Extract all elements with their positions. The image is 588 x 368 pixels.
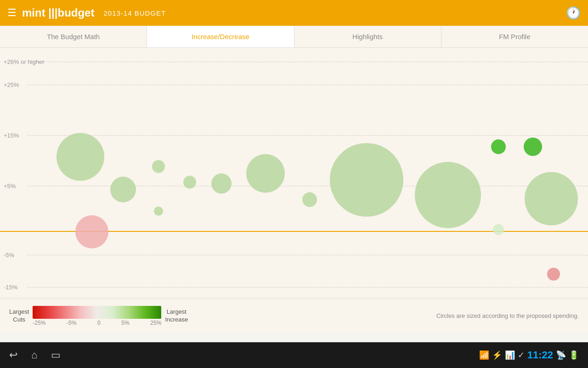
tab-fm-profile[interactable]: FM Profile xyxy=(441,26,588,47)
bubble-3[interactable] xyxy=(154,207,163,216)
android-bar: ↩ ⌂ ▭ 📶 ⚡ 📊 ✓ 11:22 📡 🔋 xyxy=(0,342,588,368)
grid-line xyxy=(28,255,588,255)
legend-tick: 5% xyxy=(121,320,129,326)
bubble-14[interactable] xyxy=(547,268,560,281)
bubble-10[interactable] xyxy=(491,139,506,154)
back-button[interactable]: ↩ xyxy=(9,349,17,361)
android-icon-1: 📶 xyxy=(479,350,489,360)
android-icon-2: ⚡ xyxy=(492,350,502,360)
y-axis-label: +26% or higher xyxy=(4,58,45,65)
bubble-0[interactable] xyxy=(57,133,104,181)
grid-line xyxy=(28,287,588,288)
legend-left: LargestCuts-25%-5%05%25%LargestIncrease xyxy=(9,306,188,326)
android-nav: ↩ ⌂ ▭ xyxy=(9,349,61,361)
bubble-13[interactable] xyxy=(525,172,578,225)
bubble-9[interactable] xyxy=(415,162,481,228)
clock-icon[interactable]: 🕐 xyxy=(566,6,581,20)
system-time: 11:22 xyxy=(527,349,553,361)
wifi-icon: 📡 xyxy=(556,350,566,360)
topbar: ☰ mint |||budget 2013-14 BUDGET 🕐 xyxy=(0,0,588,26)
y-axis-label: +15% xyxy=(4,132,19,139)
bubble-7[interactable] xyxy=(302,192,317,207)
legend-increase-label: LargestIncrease xyxy=(165,308,188,324)
legend-tick: -5% xyxy=(67,320,76,326)
y-axis-label: +25% xyxy=(4,81,19,88)
legend-tick: 0 xyxy=(97,320,101,326)
legend-tick: 25% xyxy=(150,320,161,326)
topbar-left: ☰ mint |||budget 2013-14 BUDGET xyxy=(7,6,166,19)
legend-cuts-label: LargestCuts xyxy=(9,308,29,324)
legend-note: Circles are sized according to the propo… xyxy=(436,312,579,319)
legend-gradient-bar xyxy=(33,306,161,319)
legend-ticks: -25%-5%05%25% xyxy=(33,320,161,326)
legend-tick: -25% xyxy=(33,320,45,326)
battery-icon: 🔋 xyxy=(569,350,579,360)
bubble-6[interactable] xyxy=(246,154,285,193)
bubble-2[interactable] xyxy=(152,160,165,173)
menu-icon[interactable]: ☰ xyxy=(7,7,17,19)
status-bar: 📶 ⚡ 📊 ✓ 11:22 📡 🔋 xyxy=(479,349,579,361)
recent-apps-button[interactable]: ▭ xyxy=(51,349,61,361)
legend-gradient-wrap: -25%-5%05%25% xyxy=(33,306,161,326)
tabs: The Budget Math Increase/Decrease Highli… xyxy=(0,26,588,48)
android-icon-4: ✓ xyxy=(518,350,525,360)
grid-line xyxy=(28,62,588,62)
android-icon-3: 📊 xyxy=(505,350,515,360)
bubble-1[interactable] xyxy=(110,177,136,202)
tab-budget-math[interactable]: The Budget Math xyxy=(0,26,147,47)
bubble-12[interactable] xyxy=(524,138,542,156)
tab-increase-decrease[interactable]: Increase/Decrease xyxy=(147,26,294,47)
grid-line xyxy=(28,135,588,136)
y-axis-label: -5% xyxy=(4,252,14,259)
y-axis-label: +5% xyxy=(4,183,16,190)
bubble-8[interactable] xyxy=(330,143,403,217)
budget-year: 2013-14 BUDGET xyxy=(103,9,166,17)
y-axis-label: -15% xyxy=(4,284,17,291)
chart-area: +26% or higher+25%+15%+5%-5%-15%-25%-26%… xyxy=(0,48,588,333)
grid-line xyxy=(28,85,588,85)
bubble-5[interactable] xyxy=(211,173,232,194)
legend-area: LargestCuts-25%-5%05%25%LargestIncreaseC… xyxy=(0,298,588,333)
home-button[interactable]: ⌂ xyxy=(31,349,37,361)
bubble-4[interactable] xyxy=(183,176,196,189)
tab-highlights[interactable]: Highlights xyxy=(294,26,441,47)
bubble-11[interactable] xyxy=(493,224,504,235)
bubble-15[interactable] xyxy=(75,215,108,248)
app-logo: mint |||budget xyxy=(22,6,94,19)
